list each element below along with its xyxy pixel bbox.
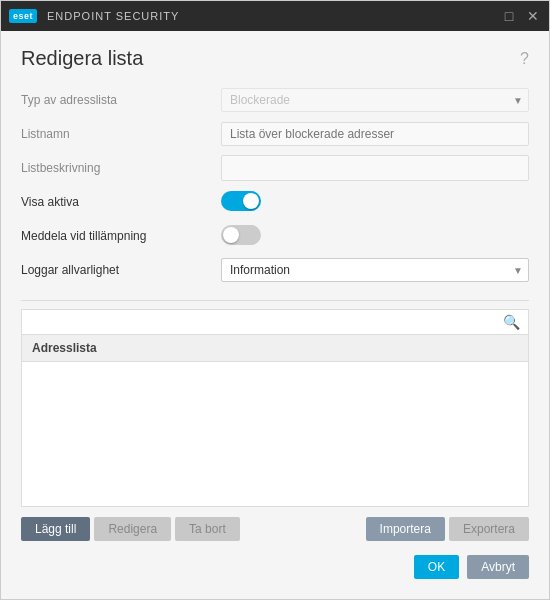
footer: OK Avbryt bbox=[21, 547, 529, 583]
separator bbox=[21, 300, 529, 301]
type-control: Blockerade ▼ bbox=[221, 88, 529, 112]
title-bar: eset ENDPOINT SECURITY □ ✕ bbox=[1, 1, 549, 31]
show-active-thumb bbox=[243, 193, 259, 209]
notify-toggle[interactable] bbox=[221, 225, 261, 245]
edit-button[interactable]: Redigera bbox=[94, 517, 171, 541]
notify-track[interactable] bbox=[221, 225, 261, 245]
action-buttons-bar: Lägg till Redigera Ta bort Importera Exp… bbox=[21, 507, 529, 547]
listname-label: Listnamn bbox=[21, 127, 221, 141]
listname-control bbox=[221, 122, 529, 146]
search-bar: 🔍 bbox=[21, 309, 529, 335]
main-content: Redigera lista ? Typ av adresslista Bloc… bbox=[1, 31, 549, 599]
show-active-control bbox=[221, 191, 529, 214]
description-control bbox=[221, 155, 529, 181]
address-table: Adresslista bbox=[21, 335, 529, 507]
app-name: ENDPOINT SECURITY bbox=[47, 10, 179, 22]
log-level-label: Loggar allvarlighet bbox=[21, 263, 221, 277]
type-label: Typ av adresslista bbox=[21, 93, 221, 107]
search-icon: 🔍 bbox=[503, 314, 520, 330]
app-logo: eset ENDPOINT SECURITY bbox=[9, 9, 179, 23]
import-button[interactable]: Importera bbox=[366, 517, 445, 541]
page-header: Redigera lista ? bbox=[21, 47, 529, 70]
maximize-button[interactable]: □ bbox=[501, 8, 517, 24]
log-level-row: Loggar allvarlighet Information ▼ bbox=[21, 256, 529, 284]
search-input[interactable] bbox=[30, 315, 503, 329]
form-section: Typ av adresslista Blockerade ▼ Listnamn bbox=[21, 86, 529, 290]
notify-control bbox=[221, 225, 529, 248]
show-active-row: Visa aktiva bbox=[21, 188, 529, 216]
type-row: Typ av adresslista Blockerade ▼ bbox=[21, 86, 529, 114]
eset-logo-icon: eset bbox=[9, 9, 37, 23]
table-body bbox=[22, 362, 528, 506]
add-button[interactable]: Lägg till bbox=[21, 517, 90, 541]
log-level-select-wrapper: Information ▼ bbox=[221, 258, 529, 282]
type-select[interactable]: Blockerade bbox=[221, 88, 529, 112]
listname-input[interactable] bbox=[221, 122, 529, 146]
notify-row: Meddela vid tillämpning bbox=[21, 222, 529, 250]
type-select-wrapper: Blockerade ▼ bbox=[221, 88, 529, 112]
window-controls: □ ✕ bbox=[501, 8, 541, 24]
cancel-button[interactable]: Avbryt bbox=[467, 555, 529, 579]
list-area: 🔍 Adresslista bbox=[21, 309, 529, 507]
log-level-select[interactable]: Information bbox=[221, 258, 529, 282]
page-title: Redigera lista bbox=[21, 47, 143, 70]
description-row: Listbeskrivning bbox=[21, 154, 529, 182]
close-button[interactable]: ✕ bbox=[525, 8, 541, 24]
notify-label: Meddela vid tillämpning bbox=[21, 229, 221, 243]
show-active-track[interactable] bbox=[221, 191, 261, 211]
notify-thumb bbox=[223, 227, 239, 243]
show-active-label: Visa aktiva bbox=[21, 195, 221, 209]
log-level-control: Information ▼ bbox=[221, 258, 529, 282]
help-icon[interactable]: ? bbox=[520, 50, 529, 68]
table-column-header: Adresslista bbox=[22, 335, 528, 362]
description-label: Listbeskrivning bbox=[21, 161, 221, 175]
ok-button[interactable]: OK bbox=[414, 555, 459, 579]
delete-button[interactable]: Ta bort bbox=[175, 517, 240, 541]
description-input[interactable] bbox=[221, 155, 529, 181]
left-action-buttons: Lägg till Redigera Ta bort bbox=[21, 517, 240, 541]
listname-row: Listnamn bbox=[21, 120, 529, 148]
right-action-buttons: Importera Exportera bbox=[366, 517, 529, 541]
main-window: eset ENDPOINT SECURITY □ ✕ Redigera list… bbox=[0, 0, 550, 600]
show-active-toggle[interactable] bbox=[221, 191, 261, 211]
export-button[interactable]: Exportera bbox=[449, 517, 529, 541]
